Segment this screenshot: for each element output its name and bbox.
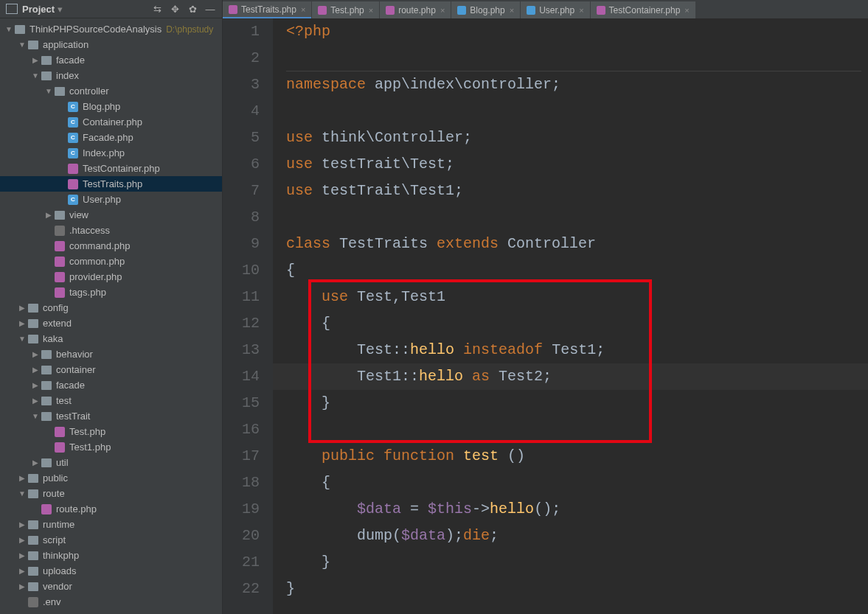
code-line[interactable]: [273, 45, 868, 71]
tree-arrow-icon[interactable]: ▶: [31, 350, 40, 358]
tree-arrow-icon[interactable]: ▶: [18, 536, 27, 544]
code-line[interactable]: dump($data);die;: [273, 523, 868, 549]
tree-file[interactable]: CFacade.php: [0, 130, 222, 145]
tree-folder[interactable]: ▶facade: [0, 377, 222, 393]
code-line[interactable]: {: [273, 257, 868, 284]
tree-file[interactable]: Test.php: [0, 424, 222, 439]
tab-close-icon[interactable]: ×: [579, 6, 583, 15]
code-line[interactable]: }: [273, 576, 868, 602]
tree-arrow-icon[interactable]: ▼: [18, 41, 27, 49]
tree-folder[interactable]: ▼route: [0, 486, 222, 501]
code-line[interactable]: }: [273, 390, 868, 416]
code-line[interactable]: $data = $this->hello();: [273, 496, 868, 523]
code-line[interactable]: [273, 98, 868, 125]
tree-arrow-icon[interactable]: ▼: [44, 87, 53, 95]
editor-tab[interactable]: Test.php×: [312, 1, 379, 18]
tree-file[interactable]: CBlog.php: [0, 99, 222, 114]
code-line[interactable]: use testTrait\Test1;: [273, 178, 868, 204]
editor-tab[interactable]: User.php×: [521, 1, 589, 18]
hide-icon[interactable]: —: [204, 3, 216, 15]
tree-folder[interactable]: ▶container: [0, 362, 222, 377]
code-line[interactable]: [273, 204, 868, 231]
editor-tab[interactable]: route.php×: [380, 1, 451, 18]
code-line[interactable]: use think\Controller;: [273, 125, 868, 151]
tree-arrow-icon[interactable]: ▶: [18, 567, 27, 575]
code-line[interactable]: class TestTraits extends Controller: [273, 231, 868, 257]
code-line[interactable]: {: [273, 310, 868, 337]
tree-file[interactable]: CContainer.php: [0, 114, 222, 130]
tree-file[interactable]: CIndex.php: [0, 145, 222, 161]
tree-file[interactable]: route.php: [0, 501, 222, 517]
tree-file[interactable]: command.php: [0, 238, 222, 254]
tab-close-icon[interactable]: ×: [510, 6, 514, 15]
tree-folder[interactable]: ▶thinkphp: [0, 548, 222, 563]
tree-arrow-icon[interactable]: ▶: [18, 520, 27, 528]
code-line[interactable]: {: [273, 470, 868, 496]
tree-arrow-icon[interactable]: ▼: [18, 335, 27, 343]
tree-folder[interactable]: ▼ThinkPHPSourceCodeAnalysisD:\phpstudy: [0, 21, 222, 37]
editor-tab[interactable]: Blog.php×: [451, 1, 520, 18]
editor-tab[interactable]: TestTraits.php×: [223, 1, 311, 18]
tree-folder[interactable]: ▶public: [0, 470, 222, 486]
tree-arrow-icon[interactable]: ▶: [31, 397, 40, 405]
tree-file[interactable]: .env: [0, 594, 222, 610]
tree-arrow-icon[interactable]: ▶: [18, 319, 27, 327]
tree-file[interactable]: tags.php: [0, 285, 222, 300]
tree-arrow-icon[interactable]: ▶: [18, 582, 27, 590]
tree-folder[interactable]: ▶uploads: [0, 563, 222, 579]
code-line[interactable]: Test::hello insteadof Test1;: [273, 337, 868, 363]
tree-folder[interactable]: ▶facade: [0, 52, 222, 68]
tree-folder[interactable]: ▼controller: [0, 83, 222, 99]
tree-folder[interactable]: ▼testTrait: [0, 408, 222, 424]
tree-arrow-icon[interactable]: ▼: [4, 25, 13, 33]
tree-folder[interactable]: ▶test: [0, 393, 222, 408]
tree-arrow-icon[interactable]: ▼: [31, 71, 40, 80]
tree-folder[interactable]: ▶vendor: [0, 579, 222, 594]
collapse-icon[interactable]: ⇆: [151, 3, 163, 15]
tree-arrow-icon[interactable]: ▶: [31, 381, 40, 389]
tree-file[interactable]: provider.php: [0, 269, 222, 285]
code-line[interactable]: }: [273, 549, 868, 576]
code-line[interactable]: public function test (): [273, 443, 868, 470]
project-tree[interactable]: ▼ThinkPHPSourceCodeAnalysisD:\phpstudy▼a…: [0, 18, 222, 614]
tree-folder[interactable]: ▶runtime: [0, 517, 222, 532]
tree-folder[interactable]: ▶util: [0, 455, 222, 470]
tree-arrow-icon[interactable]: ▶: [18, 474, 27, 482]
tree-arrow-icon[interactable]: ▶: [44, 211, 53, 219]
tree-folder[interactable]: ▼index: [0, 68, 222, 83]
tree-file[interactable]: TestTraits.php: [0, 176, 222, 192]
tab-close-icon[interactable]: ×: [440, 6, 445, 15]
code-line[interactable]: [273, 416, 868, 443]
tree-folder[interactable]: ▶config: [0, 300, 222, 315]
editor-tab[interactable]: TestContainer.php×: [591, 1, 695, 18]
tree-arrow-icon[interactable]: ▶: [31, 56, 40, 64]
tab-close-icon[interactable]: ×: [369, 6, 373, 15]
tree-arrow-icon[interactable]: ▼: [31, 412, 40, 420]
tree-arrow-icon[interactable]: ▼: [18, 489, 27, 498]
tree-file[interactable]: CUser.php: [0, 192, 222, 207]
tree-file[interactable]: TestContainer.php: [0, 161, 222, 176]
tree-arrow-icon[interactable]: ▶: [31, 458, 40, 467]
tree-folder[interactable]: ▶extend: [0, 315, 222, 331]
tree-arrow-icon[interactable]: ▶: [18, 304, 27, 312]
code-line[interactable]: Test1::hello as Test2;: [273, 363, 868, 390]
tree-folder[interactable]: ▼application: [0, 37, 222, 52]
code-line[interactable]: use testTrait\Test;: [273, 151, 868, 178]
tree-arrow-icon[interactable]: ▶: [31, 366, 40, 374]
tree-file[interactable]: common.php: [0, 254, 222, 269]
tab-close-icon[interactable]: ×: [301, 5, 305, 14]
code-line[interactable]: <?php: [273, 18, 868, 45]
tab-close-icon[interactable]: ×: [684, 6, 689, 15]
gear-icon[interactable]: ✿: [187, 3, 198, 15]
target-icon[interactable]: ✥: [169, 3, 181, 15]
tree-arrow-icon[interactable]: ▶: [18, 551, 27, 559]
code-line[interactable]: use Test,Test1: [273, 284, 868, 310]
tree-folder[interactable]: ▶view: [0, 207, 222, 223]
code-line[interactable]: namespace app\index\controller;: [273, 71, 868, 98]
tree-file[interactable]: .htaccess: [0, 223, 222, 238]
tree-file[interactable]: Test1.php: [0, 439, 222, 455]
tree-folder[interactable]: ▶behavior: [0, 346, 222, 362]
dropdown-icon[interactable]: ▾: [58, 4, 63, 15]
tree-folder[interactable]: ▶script: [0, 532, 222, 548]
tree-folder[interactable]: ▼kaka: [0, 331, 222, 346]
